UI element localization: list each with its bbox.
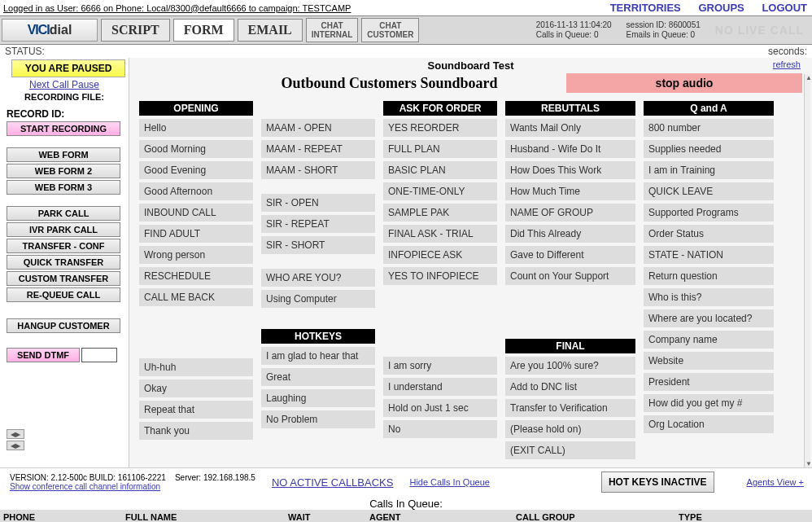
territories-link[interactable]: TERRITORIES — [610, 2, 681, 14]
next-call-pause-link[interactable]: Next Call Pause — [3, 79, 125, 90]
sound-button[interactable]: MAAM - OPEN — [261, 119, 375, 137]
sound-button[interactable]: YES REORDER — [383, 119, 497, 137]
sound-button[interactable]: No Problem — [261, 410, 375, 428]
sound-button[interactable]: (Please hold on) — [505, 420, 635, 438]
sound-button[interactable]: How Much Time — [505, 182, 635, 200]
sound-button[interactable]: Did This Already — [505, 225, 635, 243]
sound-button[interactable]: Hold on Just 1 sec — [383, 399, 497, 417]
web-form-button[interactable]: WEB FORM — [7, 147, 120, 162]
agents-view-link[interactable]: Agents View + — [747, 477, 804, 487]
sound-button[interactable]: I am glad to hear that — [261, 347, 375, 365]
sound-button[interactable]: Good Afternoon — [139, 182, 253, 200]
sound-button[interactable]: CALL ME BACK — [139, 288, 253, 306]
dtmf-input[interactable] — [81, 348, 117, 362]
sound-button[interactable]: RESCHEDULE — [139, 267, 253, 285]
sound-button[interactable]: How Does This Work — [505, 161, 635, 179]
sound-button[interactable]: SIR - OPEN — [261, 194, 375, 212]
sound-button[interactable]: Supplies needed — [644, 140, 774, 158]
sound-button[interactable]: Org Location — [644, 415, 774, 433]
sound-button[interactable]: Gave to Different — [505, 246, 635, 264]
sound-button[interactable]: Using Computer — [261, 290, 375, 308]
stop-audio-button[interactable]: stop audio — [566, 73, 802, 93]
hide-calls-queue-link[interactable]: Hide Calls In Queue — [409, 477, 489, 487]
sound-button[interactable]: Uh-huh — [139, 358, 253, 376]
transfer-conf-button[interactable]: TRANSFER - CONF — [7, 239, 120, 253]
sound-button[interactable]: I am in Training — [644, 161, 774, 179]
audio-down-icon[interactable]: ◀▶ — [7, 441, 24, 450]
sound-button[interactable]: Are you 100% sure? — [505, 357, 635, 375]
quick-transfer-button[interactable]: QUICK TRANSFER — [7, 255, 120, 270]
sound-button[interactable]: How did you get my # — [644, 394, 774, 412]
sound-button[interactable]: NAME OF GROUP — [505, 204, 635, 222]
sound-button[interactable]: SAMPLE PAK — [383, 204, 497, 222]
sound-button[interactable]: Order Status — [644, 225, 774, 243]
sound-button[interactable]: Who is this? — [644, 288, 774, 306]
sound-button[interactable]: Supported Programs — [644, 204, 774, 222]
sound-button[interactable]: QUICK LEAVE — [644, 182, 774, 200]
sound-button[interactable]: WHO ARE YOU? — [261, 269, 375, 287]
tab-script[interactable]: SCRIPT — [101, 19, 170, 42]
sound-button[interactable]: Return question — [644, 267, 774, 285]
sound-button[interactable]: SIR - REPEAT — [261, 215, 375, 233]
hotkeys-toggle[interactable]: HOT KEYS INACTIVE — [601, 472, 714, 493]
sound-button[interactable]: INFOPIECE ASK — [383, 246, 497, 264]
sound-button[interactable]: Laughing — [261, 389, 375, 407]
refresh-link[interactable]: refresh — [773, 59, 801, 69]
sound-button[interactable]: President — [644, 373, 774, 391]
audio-up-icon[interactable]: ◀▶ — [7, 429, 24, 439]
no-active-callbacks-link[interactable]: NO ACTIVE CALLBACKS — [272, 476, 394, 489]
custom-transfer-button[interactable]: CUSTOM TRANSFER — [7, 271, 120, 286]
send-dtmf-button[interactable]: SEND DTMF — [7, 348, 80, 362]
sound-button[interactable]: Husband - Wife Do It — [505, 140, 635, 158]
sound-button[interactable]: SIR - SHORT — [261, 236, 375, 254]
sound-button[interactable]: Good Morning — [139, 140, 253, 158]
hangup-customer-button[interactable]: HANGUP CUSTOMER — [7, 318, 120, 333]
sound-button[interactable]: No — [383, 420, 497, 438]
web-form-3-button[interactable]: WEB FORM 3 — [7, 180, 120, 195]
tab-email[interactable]: EMAIL — [238, 19, 303, 42]
tab-form[interactable]: FORM — [173, 19, 234, 42]
sound-button[interactable]: Thank you — [139, 422, 253, 440]
sound-button[interactable]: FIND ADULT — [139, 225, 253, 243]
sound-button[interactable]: Wrong person — [139, 246, 253, 264]
park-call-button[interactable]: PARK CALL — [7, 206, 120, 221]
sound-button[interactable]: BASIC PLAN — [383, 161, 497, 179]
web-form-2-button[interactable]: WEB FORM 2 — [7, 164, 120, 178]
sound-button[interactable]: MAAM - SHORT — [261, 161, 375, 179]
sound-button[interactable]: STATE - NATION — [644, 246, 774, 264]
sound-button[interactable]: 800 number — [644, 119, 774, 137]
requeue-call-button[interactable]: RE-QUEUE CALL — [7, 287, 120, 302]
sound-button[interactable]: INBOUND CALL — [139, 204, 253, 222]
sound-button[interactable]: Wants Mail Only — [505, 119, 635, 137]
sound-button[interactable]: Where are you located? — [644, 309, 774, 327]
sound-button[interactable]: FINAL ASK - TRIAL — [383, 225, 497, 243]
show-conference-info-link[interactable]: Show conference call channel information — [10, 482, 255, 491]
tab-chat-customer[interactable]: CHATCUSTOMER — [361, 18, 419, 42]
sound-button[interactable]: Add to DNC list — [505, 378, 635, 396]
ivr-park-call-button[interactable]: IVR PARK CALL — [7, 222, 120, 237]
start-recording-button[interactable]: START RECORDING — [7, 121, 120, 136]
sound-button[interactable]: Good Evening — [139, 161, 253, 179]
sound-button[interactable]: MAAM - REPEAT — [261, 140, 375, 158]
sound-button[interactable]: Hello — [139, 119, 253, 137]
sound-button[interactable]: YES TO INFOPIECE — [383, 267, 497, 285]
sound-button[interactable]: I understand — [383, 378, 497, 396]
header-qa: Q and A — [644, 101, 774, 116]
sound-button[interactable]: Count on Your Support — [505, 267, 635, 285]
sound-button[interactable]: Repeat that — [139, 401, 253, 419]
soundboard-subtitle: Soundboard Test — [139, 59, 802, 72]
sound-button[interactable]: (EXIT CALL) — [505, 441, 635, 459]
tab-chat-internal[interactable]: CHATINTERNAL — [306, 18, 359, 42]
sound-button[interactable]: ONE-TIME-ONLY — [383, 182, 497, 200]
sound-button[interactable]: Transfer to Verification — [505, 399, 635, 417]
sound-button[interactable]: Website — [644, 352, 774, 370]
groups-link[interactable]: GROUPS — [698, 2, 744, 14]
sound-button[interactable]: Great — [261, 368, 375, 386]
scrollbar[interactable]: ▲▼ — [804, 74, 810, 467]
sound-button[interactable]: I am sorry — [383, 357, 497, 375]
sound-button[interactable]: Company name — [644, 331, 774, 349]
header-hotkeys: HOTKEYS — [261, 329, 375, 344]
logout-link[interactable]: LOGOUT — [762, 2, 807, 14]
sound-button[interactable]: FULL PLAN — [383, 140, 497, 158]
sound-button[interactable]: Okay — [139, 379, 253, 397]
